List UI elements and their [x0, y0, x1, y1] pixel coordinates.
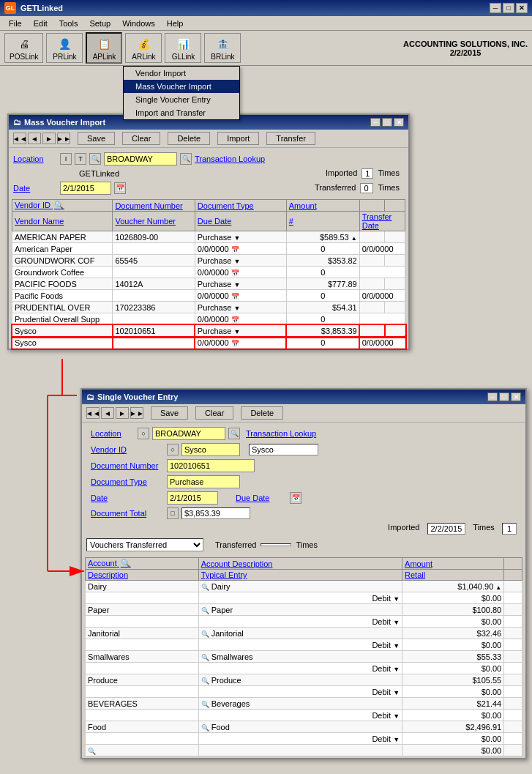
- mv-delete-btn[interactable]: Delete: [168, 132, 210, 145]
- sv-minimize[interactable]: ─: [487, 392, 498, 401]
- table-row[interactable]: 🔍 $0.00: [86, 745, 522, 756]
- toolbar-brlink[interactable]: 🏦 BRLink: [204, 33, 241, 63]
- sv-account-search[interactable]: 🔍: [121, 559, 131, 568]
- menu-edit[interactable]: Edit: [28, 18, 53, 29]
- sv-col-amount[interactable]: Amount: [402, 558, 504, 570]
- sv-location-input[interactable]: [152, 427, 225, 440]
- sv-save-btn[interactable]: Save: [151, 406, 188, 420]
- toolbar-gllink[interactable]: 📊 GLLink: [165, 33, 201, 63]
- menu-setup[interactable]: Setup: [83, 18, 116, 29]
- sv-maximize[interactable]: □: [499, 392, 509, 401]
- table-row[interactable]: Debit ▼ $0.00: [86, 733, 522, 745]
- mv-location-label[interactable]: Location: [13, 155, 57, 163]
- sv-desc-search-icon[interactable]: 🔍: [201, 654, 209, 661]
- sv-clear-btn[interactable]: Clear: [195, 406, 233, 420]
- mv-col-voucher-num[interactable]: Voucher Number: [113, 212, 195, 231]
- sv-desc-search-icon[interactable]: 🔍: [201, 584, 209, 591]
- table-row[interactable]: Food 🔍 Food $2,496.91: [86, 721, 522, 733]
- table-row[interactable]: Janitorial 🔍 Janitorial $32.46: [86, 628, 522, 639]
- mv-col-amount[interactable]: Amount: [286, 200, 359, 212]
- sv-col-retail[interactable]: Retail: [402, 570, 504, 581]
- table-row[interactable]: Debit ▼ $0.00: [86, 710, 522, 721]
- sv-location-label[interactable]: Location: [91, 429, 135, 438]
- table-row[interactable]: Debit ▼ $0.00: [86, 663, 522, 674]
- mv-loc-search[interactable]: 🔍: [89, 153, 101, 165]
- toolbar-aplink[interactable]: 📋 APLink: [86, 32, 122, 64]
- mv-loc-lookup[interactable]: 🔍: [180, 153, 192, 165]
- mv-nav-next[interactable]: ►: [42, 133, 56, 144]
- sv-desc-search-icon[interactable]: 🔍: [201, 677, 209, 685]
- sv-total-icon[interactable]: □: [167, 507, 179, 519]
- table-row[interactable]: Sysco 102010651 Purchase ▼ $3,853.39: [12, 325, 405, 337]
- mv-transfer-btn[interactable]: Transfer: [266, 132, 315, 145]
- mv-date-input[interactable]: [60, 182, 111, 195]
- sv-delete-btn[interactable]: Delete: [241, 406, 283, 420]
- table-row[interactable]: American Paper 0/0/0000 📅 0 0/0/0000: [12, 243, 405, 255]
- sv-desc-search-icon[interactable]: 🔍: [201, 607, 209, 614]
- sv-docnum-input[interactable]: [167, 459, 255, 472]
- mv-close[interactable]: ✕: [394, 118, 404, 127]
- sv-duedate-icon[interactable]: 📅: [290, 492, 301, 504]
- mv-maximize[interactable]: □: [382, 118, 392, 127]
- mv-col-grid[interactable]: [385, 200, 405, 212]
- toolbar-prlink[interactable]: 👤 PRLink: [46, 33, 83, 63]
- table-row[interactable]: Dairy 🔍 Dairy $1,040.90 ▲: [86, 581, 522, 592]
- sv-col-account[interactable]: Account 🔍: [86, 558, 199, 570]
- sv-desc-search-icon[interactable]: 🔍: [88, 748, 96, 755]
- sv-vendor-icon[interactable]: ○: [167, 444, 179, 455]
- sv-close[interactable]: ✕: [511, 392, 521, 401]
- sv-col-grid[interactable]: [504, 558, 522, 570]
- close-btn[interactable]: ✕: [516, 3, 528, 13]
- sv-desc-search-icon[interactable]: 🔍: [201, 630, 209, 638]
- mv-col-hash[interactable]: #: [286, 212, 359, 231]
- mv-clear-btn[interactable]: Clear: [122, 132, 160, 145]
- toolbar-poslink[interactable]: 🖨 POSLink: [4, 33, 43, 63]
- menu-vendor-import[interactable]: Vendor Import: [124, 67, 239, 80]
- maximize-btn[interactable]: □: [503, 3, 514, 13]
- menu-file[interactable]: File: [3, 18, 28, 29]
- mv-location-input[interactable]: [104, 152, 177, 165]
- sv-col-grid2[interactable]: [504, 570, 522, 581]
- sv-col-description[interactable]: Description: [86, 570, 199, 581]
- sv-date-input[interactable]: [167, 491, 218, 505]
- sv-vouchers-transferred-select[interactable]: Vouchers Transferred: [86, 538, 203, 551]
- sv-transaction-lookup[interactable]: Transaction Lookup: [246, 429, 316, 438]
- menu-single-voucher-entry[interactable]: Single Voucher Entry: [124, 93, 239, 106]
- table-row[interactable]: PRUDENTIAL OVER 170223386 Purchase ▼ $54…: [12, 302, 405, 313]
- sv-loc-search[interactable]: 🔍: [228, 428, 240, 439]
- mv-col-vendor-name[interactable]: Vendor Name: [12, 212, 113, 231]
- sv-nav-prev[interactable]: ◄: [101, 407, 114, 419]
- table-row[interactable]: Debit ▼ $0.00: [86, 639, 522, 651]
- sv-nav-next[interactable]: ►: [116, 407, 129, 419]
- mv-date-picker[interactable]: 📅: [114, 182, 126, 194]
- mv-import-btn[interactable]: Import: [217, 132, 259, 145]
- sv-doctype-label[interactable]: Document Type: [91, 477, 164, 486]
- sv-total-label[interactable]: Document Total: [91, 509, 164, 518]
- mv-nav-prev[interactable]: ◄: [28, 133, 41, 144]
- mv-col-sort[interactable]: [359, 200, 385, 212]
- minimize-btn[interactable]: ─: [490, 3, 501, 13]
- table-row[interactable]: Produce 🔍 Produce $105.55: [86, 674, 522, 686]
- mv-col-doc-num[interactable]: Document Number: [113, 200, 195, 212]
- mv-col-transfer-date[interactable]: Transfer Date: [359, 212, 405, 231]
- menu-help[interactable]: Help: [161, 18, 190, 29]
- mv-nav-last[interactable]: ►►: [57, 133, 70, 144]
- mv-nav-first[interactable]: ◄◄: [13, 133, 26, 144]
- table-row[interactable]: PACIFIC FOODS 14012A Purchase ▼ $777.89: [12, 278, 405, 290]
- menu-tools[interactable]: Tools: [53, 18, 84, 29]
- mv-vendor-search-icon[interactable]: 🔍: [54, 201, 64, 209]
- sv-desc-search-icon[interactable]: 🔍: [201, 724, 209, 732]
- mv-transaction-lookup[interactable]: Transaction Lookup: [195, 155, 265, 163]
- sv-docnum-label[interactable]: Document Number: [91, 461, 164, 470]
- table-row[interactable]: Smallwares 🔍 Smallwares $55.33: [86, 651, 522, 663]
- sv-doctype-input[interactable]: [167, 475, 240, 488]
- table-row[interactable]: Debit ▼ $0.00: [86, 592, 522, 604]
- toolbar-arlink[interactable]: 💰 ARLink: [125, 33, 162, 63]
- menu-import-transfer[interactable]: Import and Transfer: [124, 106, 239, 119]
- sv-loc-icon[interactable]: ○: [138, 428, 149, 439]
- mv-col-due-date[interactable]: Due Date: [195, 212, 286, 231]
- sv-nav-first[interactable]: ◄◄: [86, 407, 100, 419]
- mv-loc-icon1[interactable]: I: [60, 153, 72, 165]
- table-row[interactable]: Sysco 0/0/0000 📅 0 0/0/0000: [12, 337, 405, 349]
- table-row[interactable]: AMERICAN PAPER 1026809-00 Purchase ▼ $58…: [12, 231, 405, 243]
